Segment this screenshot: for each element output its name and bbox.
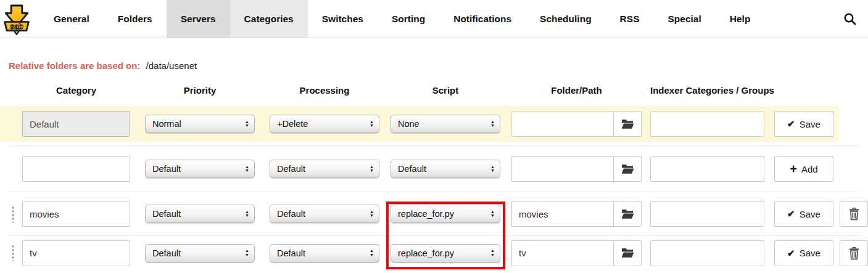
tab-general[interactable]: General [39,0,104,38]
select-arrows-icon: ▲▼ [245,249,249,257]
priority-select[interactable]: Default ▲▼ [145,205,255,223]
folder-path-input[interactable] [511,240,613,266]
script-select[interactable]: Default ▲▼ [391,160,500,178]
delete-category-button[interactable] [840,201,868,227]
select-arrows-icon: ▲▼ [490,249,495,257]
add-button[interactable]: + Add [774,156,833,182]
select-arrows-icon: ▲▼ [370,249,374,257]
priority-select-value: Default [152,248,241,258]
tab-help[interactable]: Help [716,0,765,38]
header-priority: Priority [145,85,255,96]
browse-folder-button[interactable] [613,240,642,266]
indexer-groups-input[interactable] [650,156,764,182]
category-row-tv: Default ▲▼ Default ▲▼ replace_for.py ▲▼ … [0,236,868,270]
sabnzbd-logo[interactable]: sab [0,0,33,38]
script-select[interactable]: replace_for.py ▲▼ [391,244,500,263]
select-arrows-icon: ▲▼ [490,210,495,218]
processing-select-value: Default [277,164,366,174]
header-category: Category [22,85,130,96]
processing-select-value: Default [277,248,366,258]
tab-categories[interactable]: Categories [230,0,308,38]
priority-select-value: Default [152,164,241,174]
table-header-row: Category Priority Processing Script Fold… [0,83,868,97]
select-arrows-icon: ▲▼ [245,165,249,173]
search-button[interactable] [832,0,868,38]
folder-icon [621,119,634,129]
delete-category-button[interactable] [840,240,868,266]
sabnzbd-logo-icon: sab [2,4,31,36]
nav-tabs: General Folders Servers Categories Switc… [39,0,764,38]
category-row-default: Normal ▲▼ +Delete ▲▼ None ▲▼ ✔ Save [0,106,838,142]
save-button[interactable]: ✔ Save [774,201,833,227]
select-arrows-icon: ▲▼ [370,120,374,128]
tab-folders[interactable]: Folders [104,0,167,38]
drag-handle[interactable] [12,206,14,222]
plus-icon: + [790,165,797,174]
processing-select[interactable]: Default ▲▼ [270,205,379,223]
processing-select[interactable]: Default ▲▼ [270,244,379,263]
category-name-input[interactable] [22,156,130,182]
category-name-input [22,111,130,137]
folder-icon [621,164,634,174]
priority-select[interactable]: Default ▲▼ [145,160,255,178]
browse-folder-button[interactable] [613,201,642,227]
tab-sorting[interactable]: Sorting [378,0,439,38]
select-arrows-icon: ▲▼ [370,165,374,173]
script-select-value: None [398,119,487,129]
folder-icon [621,209,634,219]
processing-select-value: Default [277,209,366,219]
tab-rss[interactable]: RSS [606,0,654,38]
header-indexer-groups: Indexer Categories / Groups [650,85,764,96]
browse-folder-button[interactable] [613,156,642,182]
search-icon [843,12,857,26]
notice-label: Relative folders are based on: [9,60,140,71]
select-arrows-icon: ▲▼ [490,120,495,128]
script-select-value: replace_for.py [398,248,487,258]
top-navbar: sab General Folders Servers Categories S… [0,0,868,38]
folder-path-input[interactable] [511,156,613,182]
select-arrows-icon: ▲▼ [490,165,495,173]
category-name-input[interactable] [22,240,130,266]
check-icon: ✔ [787,208,795,219]
check-icon: ✔ [787,118,795,129]
tab-special[interactable]: Special [653,0,715,38]
script-select-value: Default [398,164,487,174]
header-processing: Processing [270,85,379,96]
indexer-groups-input[interactable] [650,201,764,227]
priority-select-value: Default [152,209,241,219]
indexer-groups-input[interactable] [650,240,764,266]
browse-folder-button[interactable] [613,111,642,137]
tab-servers[interactable]: Servers [167,0,230,38]
folder-icon [621,248,634,258]
header-folder-path: Folder/Path [511,85,642,96]
processing-select[interactable]: Default ▲▼ [270,160,379,178]
relative-folders-notice: Relative folders are based on: /data/use… [9,60,868,71]
select-arrows-icon: ▲▼ [245,120,249,128]
priority-select[interactable]: Default ▲▼ [145,244,255,263]
save-button-label: Save [800,209,820,219]
tab-notifications[interactable]: Notifications [439,0,526,38]
priority-select[interactable]: Normal ▲▼ [145,115,255,133]
header-script: Script [391,85,500,96]
svg-text:sab: sab [10,22,23,31]
indexer-groups-input[interactable] [650,111,764,137]
folder-path-input[interactable] [511,111,613,137]
category-row-new: Default ▲▼ Default ▲▼ Default ▲▼ + Add [0,146,868,192]
script-select[interactable]: None ▲▼ [391,115,500,133]
script-select[interactable]: replace_for.py ▲▼ [391,205,500,223]
folder-path-input[interactable] [511,201,613,227]
category-row-movies: Default ▲▼ Default ▲▼ replace_for.py ▲▼ … [0,192,868,235]
drag-handle[interactable] [12,245,14,261]
tab-switches[interactable]: Switches [308,0,378,38]
processing-select-value: +Delete [277,119,366,129]
category-name-input[interactable] [22,201,130,227]
add-button-label: Add [801,164,818,174]
save-button-label: Save [800,119,820,129]
priority-select-value: Normal [152,119,241,129]
save-button[interactable]: ✔ Save [774,240,833,266]
check-icon: ✔ [787,248,795,259]
save-button[interactable]: ✔ Save [774,111,833,137]
trash-icon [848,247,860,260]
processing-select[interactable]: +Delete ▲▼ [270,115,379,133]
tab-scheduling[interactable]: Scheduling [526,0,606,38]
